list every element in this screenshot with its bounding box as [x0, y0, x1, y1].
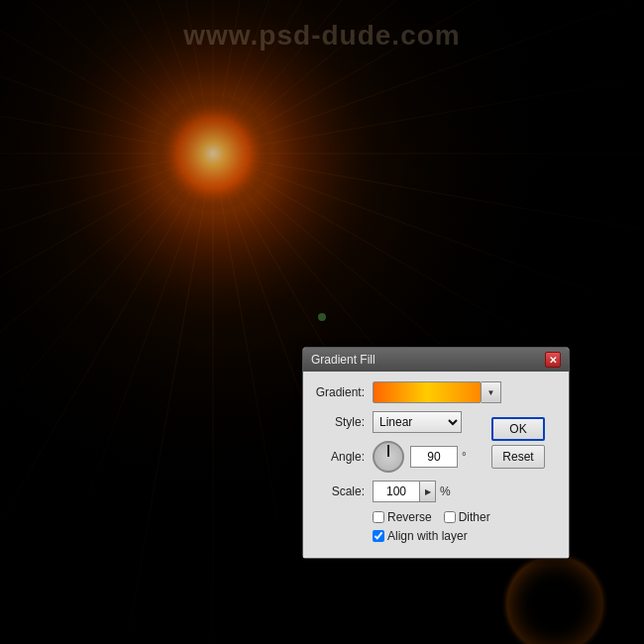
style-select[interactable]: Linear Radial Angle Reflected Diamond — [373, 411, 462, 433]
scale-stepper[interactable]: ▶ — [420, 481, 436, 502]
ok-button[interactable]: OK — [491, 417, 545, 441]
scale-input[interactable] — [373, 481, 420, 502]
dither-checkbox[interactable] — [444, 511, 456, 523]
close-button[interactable]: ✕ — [545, 352, 561, 368]
scale-row: Scale: ▶ % — [315, 481, 487, 502]
dialog-titlebar: Gradient Fill ✕ — [303, 348, 569, 372]
gradient-row: Gradient: ▼ — [315, 381, 487, 403]
dialog-buttons: OK Reset — [491, 417, 545, 469]
style-row: Style: Linear Radial Angle Reflected Dia… — [315, 411, 487, 433]
gradient-dropdown-button[interactable]: ▼ — [482, 381, 501, 403]
gradient-label: Gradient: — [315, 385, 365, 399]
gradient-fill-dialog: Gradient Fill ✕ Gradient: ▼ Style: Linea… — [302, 347, 570, 559]
style-label: Style: — [315, 415, 365, 429]
align-checkbox[interactable] — [373, 530, 384, 542]
dialog-title: Gradient Fill — [311, 353, 376, 367]
checkbox-row-1: Reverse Dither — [373, 510, 487, 524]
angle-label: Angle: — [315, 450, 365, 464]
angle-unit: ° — [462, 450, 467, 464]
angle-row: Angle: ° — [315, 441, 487, 473]
dialog-body: Gradient: ▼ Style: Linear Radial Angle R… — [303, 372, 569, 558]
align-label[interactable]: Align with layer — [373, 529, 468, 543]
angle-dial[interactable] — [373, 441, 404, 473]
reverse-checkbox[interactable] — [373, 511, 384, 523]
dialog-content-area: Gradient: ▼ Style: Linear Radial Angle R… — [315, 381, 557, 543]
scale-unit: % — [440, 484, 451, 498]
angle-input[interactable] — [410, 446, 458, 468]
reverse-label[interactable]: Reverse — [373, 510, 432, 524]
gradient-preview-wrap: ▼ — [373, 381, 501, 403]
reset-button[interactable]: Reset — [491, 445, 545, 469]
gradient-preview[interactable] — [373, 381, 482, 403]
checkbox-row-2: Align with layer — [373, 529, 487, 543]
dither-label[interactable]: Dither — [444, 510, 490, 524]
scale-label: Scale: — [315, 484, 365, 498]
